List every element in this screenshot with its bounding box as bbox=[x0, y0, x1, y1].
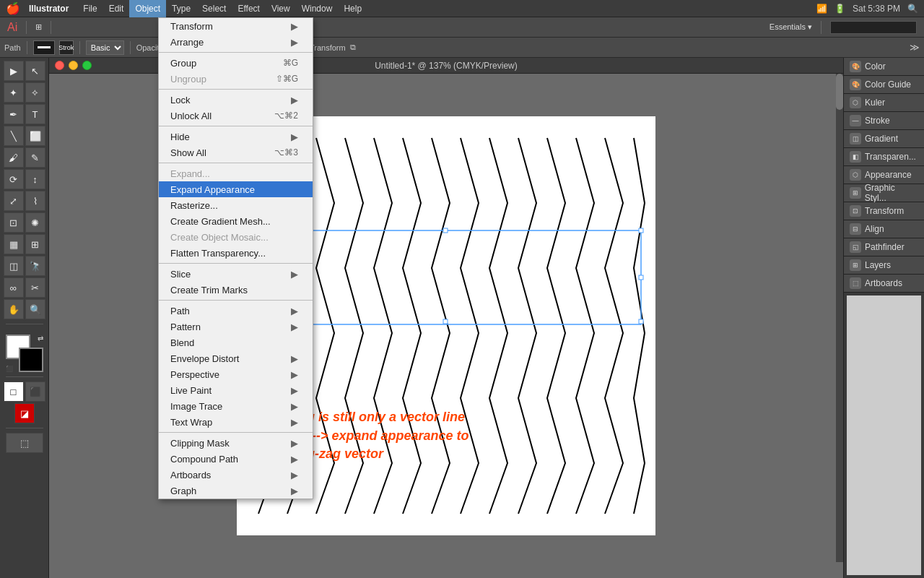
menu-item-lock[interactable]: Lock ▶ bbox=[159, 92, 313, 108]
panel-artboards-header[interactable]: ⬚ Artboards bbox=[844, 275, 924, 292]
panel-color-guide-header[interactable]: 🎨 Color Guide bbox=[844, 76, 924, 93]
type-tool[interactable]: T bbox=[25, 104, 45, 124]
panel-transparency-header[interactable]: ◧ Transparen... bbox=[844, 148, 924, 165]
rotate-tool[interactable]: ⟳ bbox=[4, 169, 24, 189]
apple-menu[interactable]: 🍎 bbox=[6, 1, 20, 15]
menu-item-clipping-mask[interactable]: Clipping Mask ▶ bbox=[159, 435, 313, 451]
panel-expand-icon[interactable]: ≫ bbox=[910, 42, 920, 53]
eyedropper-tool[interactable]: 🔭 bbox=[25, 256, 45, 276]
menu-item-live-paint[interactable]: Live Paint ▶ bbox=[159, 382, 313, 398]
hand-tool[interactable]: ✋ bbox=[4, 299, 24, 319]
menu-item-path[interactable]: Path ▶ bbox=[159, 303, 313, 319]
close-button[interactable] bbox=[55, 61, 64, 70]
quick-mask-mode[interactable]: ◪ bbox=[14, 403, 35, 423]
menu-item-create-trim-marks[interactable]: Create Trim Marks bbox=[159, 282, 313, 298]
line-tool[interactable]: ╲ bbox=[4, 126, 24, 146]
menu-item-group[interactable]: Group ⌘G bbox=[159, 55, 313, 71]
minimize-button[interactable] bbox=[69, 61, 78, 70]
paintbrush-tool[interactable]: 🖌 bbox=[4, 147, 24, 168]
menu-item-create-object-mosaic[interactable]: Create Object Mosaic... bbox=[159, 229, 313, 245]
menu-item-unlock-all[interactable]: Unlock All ⌥⌘2 bbox=[159, 108, 313, 124]
menu-select[interactable]: Select bbox=[196, 0, 232, 17]
shape-tool[interactable]: ⬜ bbox=[25, 126, 45, 146]
menu-help[interactable]: Help bbox=[338, 0, 367, 17]
mesh-tool[interactable]: ⊞ bbox=[25, 234, 45, 254]
menu-effect[interactable]: Effect bbox=[232, 0, 265, 17]
transform-icon[interactable]: ⧉ bbox=[350, 43, 356, 52]
app-name[interactable]: Illustrator bbox=[29, 4, 69, 14]
menu-item-text-wrap[interactable]: Text Wrap ▶ bbox=[159, 414, 313, 430]
menu-item-slice[interactable]: Slice ▶ bbox=[159, 266, 313, 282]
direct-select-tool[interactable]: ↖ bbox=[25, 61, 45, 81]
menu-item-expand[interactable]: Expand... bbox=[159, 165, 313, 181]
menu-window[interactable]: Window bbox=[296, 0, 339, 17]
menu-type[interactable]: Type bbox=[166, 0, 196, 17]
menu-item-expand-appearance[interactable]: Expand Appearance bbox=[159, 181, 313, 197]
menu-item-arrange[interactable]: Arrange ▶ bbox=[159, 34, 313, 50]
search-icon[interactable]: 🔍 bbox=[907, 4, 918, 14]
menu-edit[interactable]: Edit bbox=[103, 0, 130, 17]
panel-kuler-header[interactable]: ⬡ Kuler bbox=[844, 94, 924, 111]
panel-stroke-header[interactable]: — Stroke bbox=[844, 112, 924, 129]
menu-item-create-gradient-mesh[interactable]: Create Gradient Mesh... bbox=[159, 213, 313, 229]
menu-file[interactable]: File bbox=[77, 0, 103, 17]
reflect-tool[interactable]: ↕ bbox=[25, 169, 45, 189]
panel-align-header[interactable]: ⊟ Align bbox=[844, 220, 924, 238]
zoom-tool[interactable]: 🔍 bbox=[25, 299, 45, 319]
stroke-swatch[interactable] bbox=[33, 40, 55, 55]
pen-tool[interactable]: ✒ bbox=[4, 104, 24, 124]
scrollbar-thumb-v[interactable] bbox=[836, 74, 843, 110]
menu-item-graph[interactable]: Graph ▶ bbox=[159, 483, 313, 499]
arrange-icon[interactable]: ⊞ bbox=[31, 21, 46, 33]
normal-mode[interactable]: □ bbox=[4, 381, 24, 402]
column-graph-tool[interactable]: ▦ bbox=[4, 234, 24, 254]
menu-item-flatten-transparency[interactable]: Flatten Transparency... bbox=[159, 245, 313, 261]
gradient-tool[interactable]: ◫ bbox=[4, 256, 24, 276]
blend-tool[interactable]: ∞ bbox=[4, 277, 24, 298]
menu-item-compound-path[interactable]: Compound Path ▶ bbox=[159, 451, 313, 467]
menu-item-blend[interactable]: Blend bbox=[159, 335, 313, 350]
pencil-tool[interactable]: ✎ bbox=[25, 147, 45, 168]
artboard-tool[interactable]: ⬚ bbox=[6, 433, 43, 453]
menu-item-rasterize[interactable]: Rasterize... bbox=[159, 197, 313, 213]
stroke-icon[interactable]: Strok bbox=[59, 40, 74, 55]
swap-colors-icon[interactable]: ⇄ bbox=[38, 335, 43, 342]
reset-colors-icon[interactable]: ⬛ bbox=[6, 366, 13, 372]
panel-pathfinder-header[interactable]: ◱ Pathfinder bbox=[844, 238, 924, 256]
appearance-icon: ⬡ bbox=[850, 169, 861, 181]
panel-appearance-header[interactable]: ⬡ Appearance bbox=[844, 166, 924, 184]
panel-transform-header[interactable]: ⊡ Transform bbox=[844, 202, 924, 220]
background-color[interactable] bbox=[19, 348, 43, 372]
panel-gradient: ◫ Gradient bbox=[844, 130, 924, 148]
scrollbar-v[interactable] bbox=[836, 74, 843, 562]
symbol-tool[interactable]: ✺ bbox=[25, 212, 45, 233]
screen-mode[interactable]: ⬛ bbox=[25, 381, 45, 402]
warp-tool[interactable]: ⌇ bbox=[25, 191, 45, 211]
maximize-button[interactable] bbox=[82, 61, 92, 70]
selection-tool[interactable]: ▶ bbox=[4, 61, 24, 81]
menu-item-transform[interactable]: Transform ▶ bbox=[159, 18, 313, 34]
scale-tool[interactable]: ⤢ bbox=[4, 191, 24, 211]
panel-graphic-style-header[interactable]: ⊞ Graphic Styl... bbox=[844, 184, 924, 202]
brush-select[interactable]: Basic bbox=[86, 40, 124, 55]
lasso-tool[interactable]: ⟡ bbox=[25, 82, 45, 103]
menu-item-envelope-distort[interactable]: Envelope Distort ▶ bbox=[159, 350, 313, 366]
menu-item-ungroup[interactable]: Ungroup ⇧⌘G bbox=[159, 71, 313, 87]
free-transform-tool[interactable]: ⊡ bbox=[4, 212, 24, 233]
scissors-tool[interactable]: ✂ bbox=[25, 277, 45, 298]
menu-item-hide[interactable]: Hide ▶ bbox=[159, 129, 313, 144]
panel-color-header[interactable]: 🎨 Color bbox=[844, 58, 924, 75]
essentials-label[interactable]: Essentials ▾ bbox=[765, 21, 816, 33]
menu-item-show-all[interactable]: Show All ⌥⌘3 bbox=[159, 144, 313, 160]
menu-item-pattern[interactable]: Pattern ▶ bbox=[159, 319, 313, 335]
menu-object[interactable]: Object bbox=[129, 0, 166, 17]
menu-item-image-trace[interactable]: Image Trace ▶ bbox=[159, 398, 313, 414]
search-field[interactable] bbox=[826, 20, 921, 35]
menu-item-perspective[interactable]: Perspective ▶ bbox=[159, 366, 313, 382]
tool-row-4: ╲ ⬜ bbox=[4, 126, 45, 146]
magic-wand-tool[interactable]: ✦ bbox=[4, 82, 24, 103]
menu-item-artboards[interactable]: Artboards ▶ bbox=[159, 467, 313, 483]
menu-view[interactable]: View bbox=[266, 0, 296, 17]
panel-gradient-header[interactable]: ◫ Gradient bbox=[844, 130, 924, 147]
panel-layers-header[interactable]: ⊞ Layers bbox=[844, 256, 924, 274]
